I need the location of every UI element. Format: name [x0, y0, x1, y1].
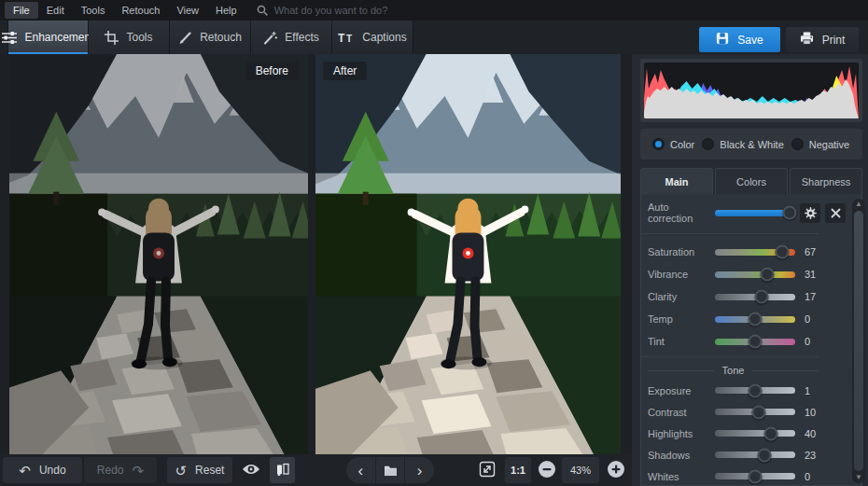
menu-edit[interactable]: Edit — [38, 2, 73, 19]
slider-label: Whites — [648, 471, 715, 482]
mode-negative[interactable]: Negative — [791, 138, 849, 150]
slider-handle[interactable] — [775, 245, 789, 259]
slider-handle[interactable] — [749, 312, 763, 326]
slider-value: 1 — [805, 385, 810, 396]
slider-value: 10 — [805, 407, 816, 418]
command-search[interactable]: What do you want to do? — [257, 5, 388, 16]
mode-label: Negative — [809, 139, 849, 150]
slider-track[interactable] — [715, 473, 795, 479]
slider-label: Temp — [648, 313, 715, 325]
slider-track[interactable] — [715, 430, 795, 437]
slider-handle[interactable] — [764, 426, 778, 440]
next-image-button[interactable]: › — [404, 457, 434, 483]
open-folder-button[interactable] — [375, 457, 405, 483]
tab-enhancement[interactable]: Enhancement — [7, 21, 89, 54]
slider-track[interactable] — [715, 387, 795, 394]
tab-sharpness[interactable]: Sharpness — [790, 168, 862, 195]
zoom-actual-size-button[interactable]: 1:1 — [505, 457, 531, 483]
menu-help[interactable]: Help — [207, 2, 245, 19]
mode-color[interactable]: Color — [652, 138, 694, 150]
text-icon: T T — [338, 31, 355, 44]
scroll-up-arrow[interactable]: ▲ — [855, 199, 862, 210]
slider-track[interactable] — [715, 294, 795, 300]
slider-track[interactable] — [715, 409, 795, 415]
save-icon — [716, 32, 729, 48]
slider-row: Clarity 17 — [641, 285, 819, 308]
menu-file[interactable]: File — [5, 2, 38, 19]
slider-track[interactable] — [715, 271, 795, 278]
slider-row: Whites 0 — [641, 465, 861, 486]
slider-handle[interactable] — [749, 469, 763, 483]
tab-retouch[interactable]: Retouch — [170, 21, 251, 54]
save-label: Save — [737, 34, 763, 47]
slider-handle[interactable] — [752, 405, 766, 419]
image-navigator: ‹ › — [346, 457, 434, 483]
auto-correction-row: Auto correction — [641, 196, 861, 229]
tab-main[interactable]: Main — [640, 168, 713, 195]
slider-handle[interactable] — [749, 335, 763, 349]
divider — [752, 370, 819, 371]
menubar: File Edit Tools Retouch View Help What d… — [0, 0, 868, 21]
slider-label: Saturation — [648, 246, 715, 257]
undo-button[interactable]: ↶ Undo — [3, 457, 82, 483]
radio-color[interactable] — [652, 138, 665, 150]
menu-view[interactable]: View — [168, 2, 207, 19]
slider-handle[interactable] — [749, 383, 763, 397]
slider-handle[interactable] — [755, 290, 769, 304]
tab-captions[interactable]: T T Captions — [332, 21, 413, 54]
compare-view-button[interactable] — [270, 457, 295, 483]
tab-colors[interactable]: Colors — [715, 168, 788, 195]
slider-track[interactable] — [715, 249, 795, 256]
adjustment-tabs: Main Colors Sharpness — [640, 168, 862, 195]
before-image[interactable]: Before — [9, 54, 308, 454]
radio-negative[interactable] — [791, 138, 804, 150]
scroll-down-arrow[interactable]: ▼ — [855, 472, 862, 483]
print-label: Print — [822, 34, 846, 47]
toolbar-tabs: Enhancement Tools Retouch — [7, 21, 413, 54]
mode-black-white[interactable]: Black & White — [702, 138, 783, 150]
slider-track[interactable] — [715, 339, 795, 345]
slider-handle[interactable] — [757, 448, 771, 462]
slider-track[interactable] — [715, 316, 795, 323]
slider-label: Vibrance — [648, 269, 715, 280]
print-button[interactable]: Print — [786, 27, 859, 52]
fit-screen-button[interactable] — [474, 457, 500, 483]
auto-settings-button[interactable] — [800, 203, 820, 223]
auto-correction-slider[interactable] — [715, 210, 795, 216]
tab-effects[interactable]: Effects — [251, 21, 332, 54]
preview-original-button[interactable] — [235, 457, 267, 483]
menu-tools[interactable]: Tools — [73, 2, 114, 19]
radio-black-white[interactable] — [702, 138, 714, 150]
tab-tools[interactable]: Tools — [89, 21, 170, 54]
after-image[interactable]: After — [315, 54, 621, 454]
slider-value: 67 — [805, 246, 816, 257]
slider-track[interactable] — [715, 451, 795, 458]
slider-label: Exposure — [648, 385, 715, 396]
search-placeholder: What do you want to do? — [274, 5, 388, 16]
slider-value: 23 — [805, 450, 816, 461]
zoom-out-button[interactable] — [536, 457, 558, 483]
reset-button[interactable]: ↺ Reset — [167, 457, 232, 483]
slider-value: 0 — [805, 336, 810, 347]
panel-scrollbar[interactable]: ▲ ▼ — [852, 199, 865, 483]
zoom-out-icon — [538, 460, 556, 481]
auto-cancel-button[interactable] — [825, 203, 846, 223]
redo-button[interactable]: Redo ↷ — [84, 457, 157, 483]
prev-image-button[interactable]: ‹ — [346, 457, 375, 483]
scrollbar-thumb[interactable] — [854, 211, 863, 471]
zoom-level-display[interactable]: 43% — [562, 457, 599, 483]
zoom-in-button[interactable] — [605, 457, 627, 483]
auto-correction-handle[interactable] — [782, 206, 796, 220]
menu-retouch[interactable]: Retouch — [113, 2, 168, 19]
slider-row: Vibrance 31 — [641, 263, 819, 285]
folder-icon — [384, 465, 398, 476]
main-tab-content: Auto correction — [640, 194, 862, 486]
tone-section-header: Tone — [648, 365, 819, 376]
histogram-chart — [644, 62, 859, 118]
save-button[interactable]: Save — [699, 27, 780, 52]
tab-label: Retouch — [200, 31, 242, 44]
slider-value: 17 — [805, 291, 816, 302]
slider-handle[interactable] — [761, 268, 775, 282]
slider-label: Contrast — [648, 407, 715, 418]
undo-label: Undo — [39, 464, 66, 477]
